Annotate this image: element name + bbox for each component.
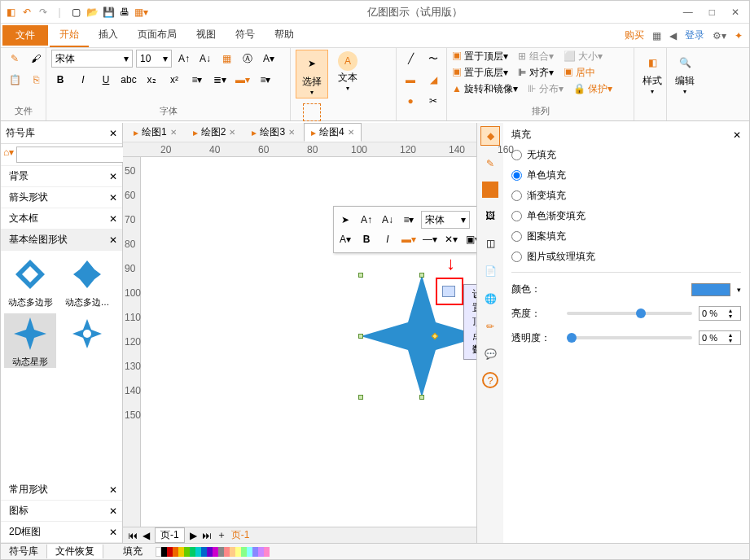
size-btn[interactable]: ⬜ 大小▾ — [564, 50, 603, 63]
rect-icon[interactable]: ▬ — [401, 71, 419, 89]
superscript-icon[interactable]: x² — [165, 71, 183, 89]
italic-icon[interactable]: I — [74, 71, 92, 89]
login-link[interactable]: 登录 — [685, 28, 704, 42]
export-icon[interactable]: ▦▾ — [134, 6, 147, 19]
tab-symbol[interactable]: 符号 — [226, 24, 265, 47]
cat-icons[interactable]: 图标✕ — [1, 501, 122, 522]
ft-fontcolor-icon[interactable]: A▾ — [336, 230, 354, 248]
rtab-help-icon[interactable]: ? — [482, 372, 498, 388]
font-size-combo[interactable]: 10▾ — [136, 50, 172, 68]
symlib-close-icon[interactable]: ✕ — [109, 128, 117, 139]
canvas-page[interactable]: ➤ A↑ A↓ ≡▾ 宋体▾ 🖌 ▾ A▾ B I ▬▾ —▾ ✕ — [141, 157, 476, 543]
share-icon[interactable]: ▦ — [652, 30, 661, 42]
ft-brush-icon[interactable]: 🖌 — [473, 211, 476, 229]
color-palette[interactable] — [156, 547, 270, 557]
select-tool[interactable]: ➤选择▾ — [296, 50, 328, 98]
rotate-btn[interactable]: ▲ 旋转和镜像▾ — [452, 82, 518, 96]
shape-dyn-star[interactable]: 动态星形 — [4, 313, 56, 368]
shape-dyn-polygon[interactable]: 动态多边形 — [4, 254, 56, 308]
radio-pattern-fill[interactable] — [511, 231, 522, 242]
distribute-btn[interactable]: ⊪ 分布▾ — [528, 82, 563, 96]
center-btn[interactable]: ▣ 居中 — [564, 66, 595, 80]
rtab-cloud-icon[interactable]: 🌐 — [480, 289, 500, 308]
bg-color-icon[interactable]: ▬▾ — [234, 71, 252, 89]
ft-font-combo[interactable]: 宋体▾ — [421, 211, 470, 229]
align-icon[interactable]: ≡▾ — [257, 71, 274, 89]
rtab-fill-icon[interactable]: ◆ — [480, 126, 500, 146]
doc-tab-4[interactable]: ▸绘图4✕ — [304, 123, 362, 142]
maximize-icon[interactable]: □ — [709, 7, 715, 18]
new-icon[interactable]: ▢ — [69, 6, 82, 19]
subscript-icon[interactable]: x₂ — [143, 71, 160, 89]
cat-basic[interactable]: 基本绘图形状✕ — [1, 230, 122, 251]
line-icon[interactable]: ╱ — [401, 50, 419, 68]
group-btn[interactable]: ⊞ 组合▾ — [518, 50, 553, 63]
ft-align-icon[interactable]: ≡▾ — [400, 211, 418, 229]
doc-tab-3[interactable]: ▸绘图3✕ — [244, 123, 302, 142]
cat-background[interactable]: 背景✕ — [1, 166, 122, 187]
page-add-icon[interactable]: ＋ — [217, 528, 226, 542]
buy-link[interactable]: 购买 — [625, 28, 644, 42]
crop-icon[interactable]: ✂ — [424, 92, 442, 110]
clear-format-icon[interactable]: Ⓐ — [239, 50, 257, 68]
ft-layer-icon[interactable]: ▣▾ — [463, 230, 476, 248]
send-back-btn[interactable]: ▣ 置于底层▾ — [452, 66, 508, 80]
bullets-icon[interactable]: ≣▾ — [211, 71, 229, 89]
ft-tools-icon[interactable]: ✕▾ — [442, 230, 460, 248]
ft-cursor-icon[interactable]: ➤ — [336, 211, 354, 229]
font-color-icon[interactable]: A▾ — [260, 50, 278, 68]
rtab-shadow-icon[interactable] — [482, 182, 498, 198]
page-prev-icon[interactable]: ◀ — [143, 530, 150, 541]
style-tool[interactable]: ◧样式▾ — [639, 50, 665, 97]
page-current[interactable]: 页-1 — [231, 528, 250, 542]
page-last-icon[interactable]: ⏭ — [202, 530, 212, 541]
radio-solid-fill[interactable] — [511, 170, 522, 181]
sb-symlib[interactable]: 符号库 — [1, 545, 47, 558]
tab-help[interactable]: 帮助 — [265, 24, 304, 47]
circle-icon[interactable]: ● — [401, 92, 419, 110]
brightness-slider[interactable] — [567, 312, 692, 315]
ft-line-icon[interactable]: —▾ — [421, 230, 439, 248]
rtab-edit-icon[interactable]: ✏ — [480, 317, 500, 336]
rtab-page-icon[interactable]: 📄 — [480, 261, 500, 281]
radio-solid-gradient-fill[interactable] — [511, 211, 522, 221]
format-painter-icon[interactable]: ✎ — [6, 50, 24, 68]
fill-panel-close-icon[interactable]: ✕ — [733, 129, 741, 141]
color-picker[interactable] — [691, 283, 730, 296]
doc-tab-1[interactable]: ▸绘图1✕ — [126, 123, 184, 142]
sb-restore[interactable]: 文件恢复 — [47, 545, 103, 558]
curve-icon[interactable]: 〜 — [424, 50, 442, 68]
symlib-search-input[interactable] — [16, 147, 140, 163]
print-icon[interactable]: 🖶 — [118, 6, 131, 19]
redo-icon[interactable]: ↷ — [37, 6, 50, 19]
rtab-comment-icon[interactable]: 💬 — [480, 344, 500, 364]
file-menu[interactable]: 文件 — [2, 25, 48, 46]
bold-icon[interactable]: B — [51, 71, 69, 89]
tab-view[interactable]: 视图 — [186, 24, 226, 47]
bring-front-btn[interactable]: ▣ 置于顶层▾ — [452, 50, 508, 63]
page-next-icon[interactable]: ▶ — [190, 530, 197, 541]
minimize-icon[interactable]: — — [683, 7, 693, 18]
tab-home[interactable]: 开始 — [50, 24, 89, 47]
line-spacing-icon[interactable]: ≡▾ — [188, 71, 206, 89]
opacity-spinner[interactable]: 0 %▴▾ — [699, 330, 741, 345]
tab-insert[interactable]: 插入 — [89, 24, 128, 47]
opacity-slider[interactable] — [567, 336, 692, 339]
ft-bold-icon[interactable]: B — [357, 230, 375, 248]
ft-italic-icon[interactable]: I — [379, 230, 397, 248]
font-name-combo[interactable]: 宋体▾ — [51, 50, 133, 68]
copy-icon[interactable]: ⎘ — [27, 71, 45, 89]
shape2-icon[interactable]: ◢ — [424, 71, 442, 89]
shape-dyn-star2[interactable] — [61, 313, 113, 368]
undo-icon[interactable]: ↶ — [20, 6, 33, 19]
doc-tab-2[interactable]: ▸绘图2✕ — [186, 123, 243, 142]
gear-icon[interactable]: ⚙▾ — [713, 30, 726, 42]
cat-frame[interactable]: 2D框图✕ — [1, 522, 122, 543]
cat-common[interactable]: 常用形状✕ — [1, 479, 122, 501]
protect-btn[interactable]: 🔒 保护▾ — [573, 82, 612, 96]
edit-tool[interactable]: 🔍编辑▾ — [672, 50, 698, 97]
align-btn[interactable]: ⊫ 对齐▾ — [518, 66, 553, 80]
strike-icon[interactable]: abc — [120, 71, 138, 89]
page-label[interactable]: 页-1 — [155, 527, 185, 543]
tab-layout[interactable]: 页面布局 — [128, 24, 186, 47]
